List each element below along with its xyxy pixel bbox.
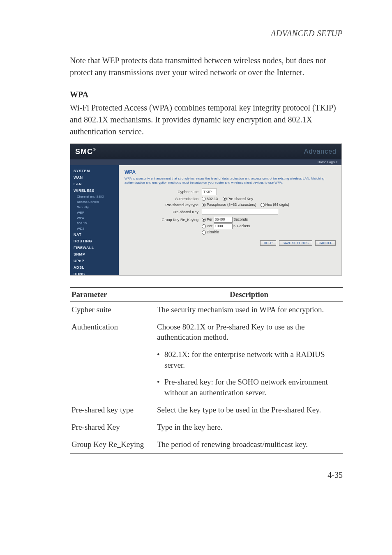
desc-psk-type: Select the key type to be used in the Pr… bbox=[155, 402, 343, 419]
per-packets-label: Per bbox=[207, 224, 212, 228]
disable-label: Disable bbox=[207, 230, 219, 234]
auth-bullet-2-text: Pre-shared key: for the SOHO network env… bbox=[164, 377, 341, 398]
sidebar-sub-wep[interactable]: WEP bbox=[70, 210, 119, 215]
cancel-button[interactable]: CANCEL bbox=[315, 240, 336, 246]
desc-psk: Type in the key here. bbox=[155, 419, 343, 437]
desc-group: The period of renewing broadcast/multica… bbox=[155, 437, 343, 454]
smc-logo: SMC® bbox=[75, 147, 96, 156]
page: ADVANCED SETUP Note that WEP protects da… bbox=[0, 0, 392, 504]
input-seconds[interactable]: 86400 bbox=[214, 217, 233, 223]
param-cypher: Cypher suite bbox=[70, 302, 155, 319]
seconds-unit: Seconds bbox=[233, 217, 248, 221]
table-row: Group Key Re_Keying The period of renewi… bbox=[70, 437, 343, 454]
desc-cypher: The security mechanism used in WPA for e… bbox=[155, 302, 343, 319]
label-psk-type: Pre-shared key type bbox=[125, 203, 202, 207]
sidebar-item-snmp[interactable]: SNMP bbox=[70, 251, 119, 258]
row-group-key: Group Key Re_Keying Per 86400 Seconds Pe… bbox=[125, 217, 336, 235]
label-cypher: Cypher suite bbox=[125, 190, 202, 194]
row-cypher: Cypher suite TKIP bbox=[125, 189, 336, 195]
panel-title: WPA bbox=[125, 169, 336, 175]
table-row: • Pre-shared key: for the SOHO network e… bbox=[70, 374, 343, 402]
auth-bullet-1: • 802.1X: for the enterprise network wit… bbox=[157, 349, 341, 370]
section-heading-wpa: WPA bbox=[70, 90, 343, 99]
param-auth: Authentication bbox=[70, 319, 155, 347]
sidebar-sub-wpa[interactable]: WPA bbox=[70, 215, 119, 221]
label-psk: Pre-shared Key bbox=[125, 210, 202, 214]
param-psk: Pre-shared Key bbox=[70, 419, 155, 437]
input-packets[interactable]: 1000 bbox=[214, 223, 233, 229]
logo-text: SMC bbox=[75, 147, 93, 156]
parameter-table: Parameter Description Cypher suite The s… bbox=[70, 287, 343, 454]
running-head: ADVANCED SETUP bbox=[70, 29, 343, 38]
col-description: Description bbox=[155, 288, 343, 302]
param-group: Group Key Re_Keying bbox=[70, 437, 155, 454]
radio-psk-label: Pre-shared Key bbox=[228, 197, 254, 201]
table-row: Pre-shared key type Select the key type … bbox=[70, 402, 343, 419]
per-seconds-label: Per bbox=[207, 217, 212, 221]
radio-hex[interactable] bbox=[261, 203, 265, 207]
sidebar-item-ddns[interactable]: DDNS bbox=[70, 271, 119, 276]
save-settings-button[interactable]: SAVE SETTINGS bbox=[279, 240, 312, 246]
row-psk-type: Pre-shared key type Passphrase (8~63 cha… bbox=[125, 203, 336, 207]
screenshot-body: SYSTEM WAN LAN WIRELESS Channel and SSID… bbox=[70, 165, 341, 275]
label-group-key: Group Key Re_Keying bbox=[125, 217, 202, 222]
desc-auth: Choose 802.1X or Pre-shared Key to use a… bbox=[155, 319, 343, 347]
auth-bullet-1-text: 802.1X: for the enterprise network with … bbox=[164, 349, 341, 370]
radio-psk[interactable] bbox=[223, 197, 227, 201]
sidebar-sub-wds[interactable]: WDS bbox=[70, 226, 119, 231]
auth-bullet-2: • Pre-shared key: for the SOHO network e… bbox=[157, 377, 341, 398]
sidebar-sub-8021x[interactable]: 802.1X bbox=[70, 221, 119, 226]
sidebar-sub-access[interactable]: Access Control bbox=[70, 199, 119, 205]
table-row: Authentication Choose 802.1X or Pre-shar… bbox=[70, 319, 343, 347]
panel-description: WPA is a security enhancement that stron… bbox=[125, 177, 336, 185]
table-header-row: Parameter Description bbox=[70, 288, 343, 302]
radio-per-packets[interactable] bbox=[202, 224, 206, 228]
sidebar-item-wireless[interactable]: WIRELESS bbox=[70, 187, 119, 194]
radio-8021x[interactable] bbox=[202, 197, 206, 201]
help-button[interactable]: HELP bbox=[260, 240, 276, 246]
radio-per-seconds[interactable] bbox=[202, 218, 206, 222]
page-number: 4-35 bbox=[70, 470, 343, 480]
screenshot-sidebar: SYSTEM WAN LAN WIRELESS Channel and SSID… bbox=[70, 165, 119, 275]
bullet-dot-icon: • bbox=[157, 377, 164, 398]
row-auth: Authentication 802.1X Pre-shared Key bbox=[125, 197, 336, 201]
section-paragraph: Wi-Fi Protected Access (WPA) combines te… bbox=[70, 102, 343, 138]
sidebar-sub-security[interactable]: Security bbox=[70, 205, 119, 210]
radio-passphrase-label: Passphrase (8~63 characters) bbox=[207, 203, 256, 207]
table-row: Cypher suite The security mechanism used… bbox=[70, 302, 343, 319]
label-auth: Authentication bbox=[125, 197, 202, 201]
panel-buttons: HELP SAVE SETTINGS CANCEL bbox=[125, 240, 336, 246]
brand-text: Advanced bbox=[304, 148, 337, 155]
screenshot-main: WPA WPA is a security enhancement that s… bbox=[119, 165, 341, 275]
param-psk-type: Pre-shared key type bbox=[70, 402, 155, 419]
bullet-dot-icon: • bbox=[157, 349, 164, 370]
sidebar-item-wan[interactable]: WAN bbox=[70, 174, 119, 181]
input-psk[interactable] bbox=[202, 209, 278, 214]
packets-unit: K Packets bbox=[233, 224, 250, 228]
radio-disable[interactable] bbox=[202, 230, 206, 235]
sidebar-item-system[interactable]: SYSTEM bbox=[70, 168, 119, 174]
router-screenshot: SMC® Advanced Home Logout SYSTEM WAN LAN… bbox=[70, 143, 342, 276]
sidebar-item-firewall[interactable]: FIREWALL bbox=[70, 244, 119, 251]
sidebar-item-lan[interactable]: LAN bbox=[70, 181, 119, 187]
row-psk: Pre-shared Key bbox=[125, 209, 336, 215]
sidebar-item-upnp[interactable]: UPnP bbox=[70, 258, 119, 264]
intro-paragraph: Note that WEP protects data transmitted … bbox=[70, 55, 343, 78]
screenshot-toplinks: Home Logout bbox=[70, 159, 341, 165]
sidebar-item-nat[interactable]: NAT bbox=[70, 231, 119, 238]
table-row: Pre-shared Key Type in the key here. bbox=[70, 419, 343, 437]
radio-passphrase[interactable] bbox=[202, 203, 206, 207]
radio-8021x-label: 802.1X bbox=[207, 197, 219, 201]
sidebar-sub-channel[interactable]: Channel and SSID bbox=[70, 194, 119, 199]
table-row: • 802.1X: for the enterprise network wit… bbox=[70, 347, 343, 374]
sidebar-item-routing[interactable]: ROUTING bbox=[70, 238, 119, 244]
logo-registered: ® bbox=[93, 147, 96, 152]
select-cypher[interactable]: TKIP bbox=[202, 189, 217, 195]
screenshot-header: SMC® Advanced bbox=[70, 144, 341, 159]
radio-hex-label: Hex (64 digits) bbox=[265, 203, 289, 207]
col-parameter: Parameter bbox=[70, 288, 155, 302]
sidebar-item-adsl[interactable]: ADSL bbox=[70, 264, 119, 271]
